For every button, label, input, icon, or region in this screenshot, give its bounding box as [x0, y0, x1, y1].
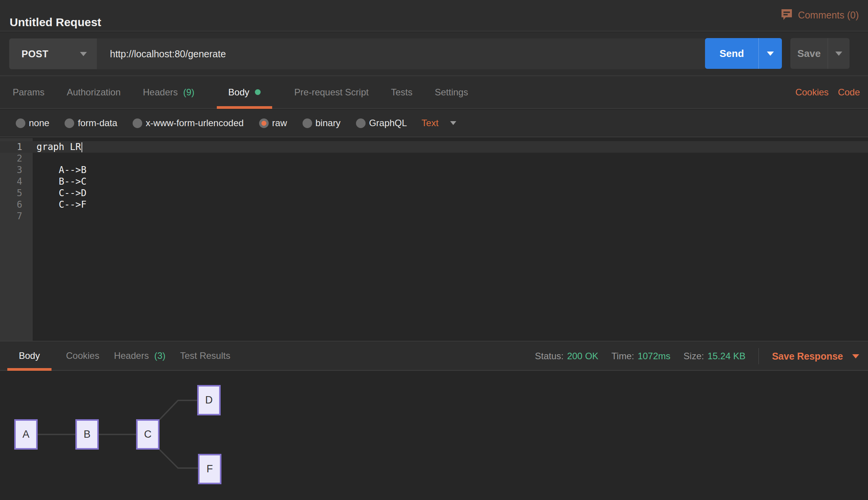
graph-node-F: F — [198, 454, 221, 484]
method-value: POST — [22, 48, 48, 60]
response-size: Size: 15.24 KB — [683, 351, 745, 362]
send-options-caret[interactable] — [758, 38, 782, 69]
response-headers-count-badge: (3) — [154, 350, 165, 361]
response-tab-headers[interactable]: Headers (3) — [114, 342, 165, 370]
save-options-caret[interactable] — [828, 38, 850, 69]
graph-node-A: A — [14, 419, 38, 450]
tab-settings[interactable]: Settings — [435, 76, 468, 108]
radio-selected-icon — [259, 118, 269, 128]
chevron-down-icon — [852, 354, 859, 358]
radio-x-www-form-urlencoded[interactable]: x-www-form-urlencoded — [133, 118, 244, 128]
line-code: graph LR — [33, 141, 868, 153]
line-number: 3 — [0, 164, 33, 176]
raw-format-select[interactable]: Text — [422, 118, 456, 128]
line-number: 5 — [0, 187, 33, 199]
radio-form-data[interactable]: form-data — [65, 118, 117, 128]
radio-binary[interactable]: binary — [303, 118, 341, 128]
request-tab-links: Cookies Code — [795, 75, 860, 109]
postman-window: Untitled Request Comments (0) POST http:… — [0, 0, 868, 500]
radio-icon — [16, 118, 25, 128]
graph-node-C: C — [136, 419, 160, 450]
editor-line[interactable]: 2 — [0, 153, 868, 164]
time-value: 1072ms — [638, 351, 670, 362]
response-tab-body[interactable]: Body — [7, 342, 52, 370]
tab-authorization[interactable]: Authorization — [67, 76, 121, 108]
request-body-editor[interactable]: 1graph LR23 A-->B4 B-->C5 C-->D6 C-->F7 — [0, 138, 868, 341]
response-status: Status: 200 OK — [535, 351, 598, 362]
tab-tests[interactable]: Tests — [391, 76, 412, 108]
chevron-down-icon — [80, 52, 87, 56]
radio-icon — [133, 118, 142, 128]
send-label: Send — [705, 38, 758, 69]
chevron-down-icon — [450, 121, 456, 125]
save-button[interactable]: Save — [790, 38, 850, 69]
url-bar: POST http://localhost:80/generate — [9, 38, 706, 69]
send-button[interactable]: Send — [705, 38, 782, 69]
status-value: 200 OK — [567, 351, 598, 362]
radio-icon — [65, 118, 74, 128]
editor-lines: 1graph LR23 A-->B4 B-->C5 C-->D6 C-->F7 — [0, 141, 868, 222]
tab-params[interactable]: Params — [13, 76, 45, 108]
url-input[interactable]: http://localhost:80/generate — [97, 38, 706, 69]
line-code: C-->D — [33, 187, 868, 199]
tab-headers[interactable]: Headers (9) — [143, 76, 195, 108]
graph-node-D: D — [197, 385, 221, 415]
save-label: Save — [790, 38, 828, 69]
tab-prerequest-script[interactable]: Pre-request Script — [294, 76, 369, 108]
active-tab-underline — [217, 106, 272, 109]
body-modified-dot — [255, 89, 261, 95]
line-number: 2 — [0, 153, 33, 164]
line-number: 4 — [0, 176, 33, 187]
line-code — [33, 210, 868, 222]
mermaid-graph: ABCDF — [0, 372, 277, 495]
line-number: 6 — [0, 199, 33, 210]
request-url-row: POST http://localhost:80/generate Send S… — [0, 32, 868, 75]
divider — [758, 348, 759, 364]
text-cursor — [81, 142, 82, 152]
body-type-row: none form-data x-www-form-urlencoded raw… — [0, 110, 868, 137]
request-title[interactable]: Untitled Request — [10, 16, 101, 29]
graph-edge — [160, 450, 198, 468]
radio-raw[interactable]: raw — [259, 118, 287, 128]
comments-label: Comments (0) — [798, 10, 859, 21]
response-time: Time: 1072ms — [612, 351, 671, 362]
line-number: 1 — [0, 141, 33, 153]
line-number: 7 — [0, 210, 33, 222]
method-select[interactable]: POST — [9, 38, 97, 69]
active-tab-underline — [7, 368, 52, 371]
url-value: http://localhost:80/generate — [110, 48, 226, 60]
editor-line[interactable]: 6 C-->F — [0, 199, 868, 210]
line-code: B-->C — [33, 176, 868, 187]
line-code: C-->F — [33, 199, 868, 210]
format-value: Text — [422, 118, 439, 128]
headers-count-badge: (9) — [183, 87, 195, 98]
chevron-down-icon — [835, 52, 842, 56]
radio-icon — [303, 118, 312, 128]
graph-edge — [160, 400, 197, 420]
radio-graphql[interactable]: GraphQL — [356, 118, 407, 128]
cookies-link[interactable]: Cookies — [795, 87, 829, 98]
editor-line[interactable]: 3 A-->B — [0, 164, 868, 176]
radio-icon — [356, 118, 366, 128]
response-tab-cookies[interactable]: Cookies — [66, 342, 100, 370]
request-tabs: Params Authorization Headers (9) Body Pr… — [0, 75, 868, 109]
editor-line[interactable]: 5 C-->D — [0, 187, 868, 199]
response-meta: Status: 200 OK Time: 1072ms Size: 15.24 … — [535, 342, 859, 371]
editor-line[interactable]: 4 B-->C — [0, 176, 868, 187]
response-body[interactable]: ABCDF — [0, 372, 868, 500]
response-tab-test-results[interactable]: Test Results — [180, 342, 230, 370]
chevron-down-icon — [767, 52, 774, 56]
editor-line[interactable]: 7 — [0, 210, 868, 222]
tab-body[interactable]: Body — [217, 76, 272, 108]
code-link[interactable]: Code — [838, 87, 860, 98]
request-header: Untitled Request Comments (0) — [0, 0, 868, 32]
size-value: 15.24 KB — [707, 351, 745, 362]
line-code: A-->B — [33, 164, 868, 176]
comment-bubble-icon — [781, 8, 793, 22]
graph-node-B: B — [75, 419, 99, 450]
editor-line[interactable]: 1graph LR — [0, 141, 868, 153]
comments-button[interactable]: Comments (0) — [781, 8, 859, 22]
save-response-button[interactable]: Save Response — [772, 351, 859, 362]
line-code — [33, 153, 868, 164]
radio-none[interactable]: none — [16, 118, 49, 128]
